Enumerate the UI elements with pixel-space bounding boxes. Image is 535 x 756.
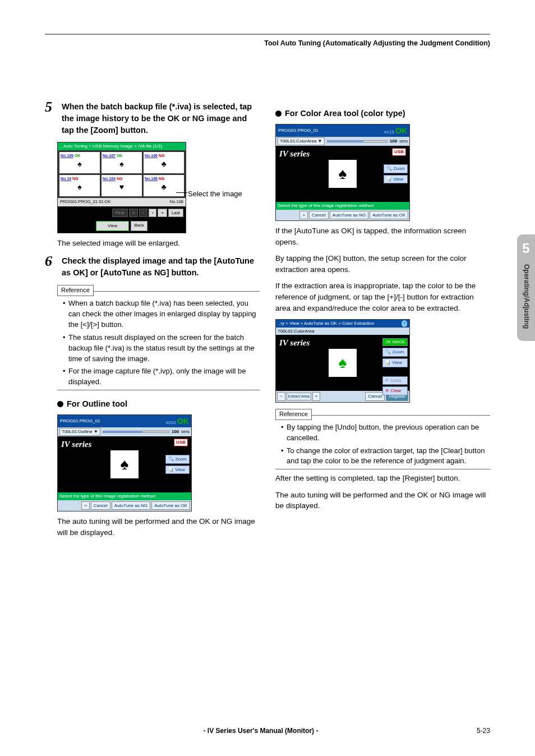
zoom-button[interactable]: 🔍 Zoom	[384, 164, 408, 173]
footer-title: - IV Series User's Manual (Monitor) -	[204, 726, 319, 736]
autotune-ok-button[interactable]: AutoTune as OK	[370, 211, 408, 220]
step5-after-text: The selected image will be enlarged.	[57, 238, 260, 249]
step-5-num: 5	[45, 100, 57, 136]
extract-label: Extract Area	[287, 393, 311, 400]
tool-sub: T00L01:ColorArea	[278, 328, 314, 335]
ok-image-badge: OK IMAGE	[382, 338, 408, 346]
color-area-heading: For Color Area tool (color type)	[275, 108, 490, 119]
color-para5: The auto tuning will be performed and th…	[275, 490, 490, 511]
thumb-tile[interactable]: No.104 NG♥	[102, 175, 142, 196]
preview-image: ♠	[329, 349, 357, 377]
last-button[interactable]: Last	[168, 209, 183, 218]
slider[interactable]	[103, 431, 169, 433]
score-value: 100	[172, 428, 179, 435]
iva-status-left: PROG01:PROG_01 01:OK	[60, 199, 110, 205]
iv-series-logo: IV series	[61, 440, 91, 449]
color-para4: After the setting is completed, tap the …	[275, 473, 490, 484]
thumb-tile[interactable]: No.10 NG♠	[59, 175, 100, 196]
view-button[interactable]: 📊 View	[384, 175, 408, 184]
page-footer: - IV Series User's Manual (Monitor) - 5-…	[45, 726, 490, 736]
iv-series-logo: IV series	[279, 338, 310, 347]
plus-button[interactable]: +	[312, 392, 321, 401]
prev-button[interactable]: ‹	[139, 209, 147, 218]
iva-thumb-screenshot: .. Auto Tuning > USB Memory Image > IVA …	[57, 142, 186, 233]
tool-dropdown[interactable]: T00L01:ColorArea ▼	[278, 137, 325, 145]
reference-item: When a batch backup file (*.iva) has bee…	[63, 298, 260, 330]
zoom-button[interactable]: 🔍 Zoom	[382, 348, 408, 357]
chapter-label: Operating/Adjusting	[521, 264, 531, 329]
color-extraction-screenshot: ..ry > View > AutoTune as OK > Color Ext…	[275, 319, 410, 403]
cancel-button[interactable]: Cancel	[91, 501, 110, 510]
color-para1: If the [AutoTune as OK] is tapped, the i…	[275, 225, 490, 247]
page-header: Tool Auto Tuning (Automatically Adjustin…	[45, 34, 490, 49]
callout-line	[176, 192, 187, 193]
preview-image: ♠	[110, 450, 139, 478]
prompt-msg: Select the type of this image registrati…	[276, 202, 409, 210]
next-far-button[interactable]: »	[158, 209, 167, 218]
minus-button[interactable]: −	[277, 392, 285, 401]
step-6-text: Check the displayed image and tap the [A…	[62, 254, 260, 279]
view-button[interactable]: View	[96, 221, 129, 231]
prog-label: PROG01:PROG_01	[278, 127, 319, 134]
autotune-ng-button[interactable]: AutoTune as NG	[330, 211, 368, 220]
thumb-tile[interactable]: No.107 OK♠	[102, 152, 142, 173]
thumb-tile[interactable]: No.106 NG♣	[144, 152, 184, 173]
back-button[interactable]: Back	[131, 221, 147, 231]
slider[interactable]	[327, 140, 388, 142]
prog-label: PROG01:PROG_01	[60, 418, 100, 425]
bullet-icon	[57, 401, 63, 407]
reference-item: For the image capture file (*.ivp), only…	[63, 366, 260, 388]
prompt-msg: Select the type of this image registrati…	[58, 492, 191, 500]
iva-status-right: No.108	[170, 199, 183, 205]
score-value: 100	[390, 138, 397, 145]
iv-series-logo: IV series	[279, 149, 310, 158]
iva-topbar: .. Auto Tuning > USB Memory Image > IVA …	[58, 142, 186, 150]
step-5-text: When the batch backup file (*.iva) is se…	[62, 100, 260, 136]
reference-item: To change the color of extraction target…	[281, 446, 490, 467]
step-5: 5 When the batch backup file (*.iva) is …	[45, 100, 260, 136]
clear-button[interactable]: ✕ Clear	[382, 386, 408, 395]
cancel-button[interactable]: Cancel	[365, 392, 385, 401]
thumb-tile[interactable]: No.109 OK♠	[59, 152, 100, 173]
view-button[interactable]: 📊 View	[382, 358, 408, 367]
breadcrumb: ..ry > View > AutoTune as OK > Color Ext…	[278, 320, 374, 327]
view-button[interactable]: 📊 View	[165, 465, 190, 474]
zoom-button[interactable]: 🔍 Zoom	[165, 455, 190, 464]
tool-dropdown[interactable]: T00L01:Outline ▼	[59, 428, 100, 436]
bullet-icon	[275, 110, 282, 117]
callout-select-image: Select the image	[188, 189, 242, 200]
first-button[interactable]: First	[112, 209, 128, 218]
next-button[interactable]: ›	[149, 209, 157, 218]
step-6: 6 Check the displayed image and tap the …	[45, 254, 260, 279]
cancel-button[interactable]: Cancel	[309, 211, 329, 220]
prev-far-button[interactable]: «	[129, 209, 138, 218]
outline-device-screenshot: PROG01:PROG_01 #210 OK T00L01:Outline ▼ …	[57, 414, 192, 511]
autotune-ng-button[interactable]: AutoTune as NG	[112, 501, 150, 510]
chapter-tab: 5 Operating/Adjusting	[517, 234, 535, 341]
chapter-number: 5	[517, 234, 535, 259]
reference-item: The status result displayed on the scree…	[63, 333, 260, 365]
reference-item: By tapping the [Undo] button, the previo…	[281, 422, 490, 444]
outline-after-text: The auto tuning will be performed and th…	[57, 516, 260, 538]
preview-image: ♠	[329, 160, 357, 188]
nav-next-button[interactable]: >	[299, 211, 308, 220]
autotune-ok-button[interactable]: AutoTune as OK	[151, 501, 190, 510]
color-para2: By tapping the [OK] button, the setup sc…	[275, 253, 490, 275]
color-para3: If the extraction area is inappropriate,…	[275, 280, 490, 314]
outline-heading: For Outline tool	[57, 398, 260, 410]
page-number: 5-23	[477, 726, 490, 736]
nav-next-button[interactable]: >	[81, 501, 90, 510]
undo-button[interactable]: ↶ Undo	[382, 376, 408, 385]
step-6-num: 6	[45, 254, 57, 279]
color-device-screenshot: PROG01:PROG_01 #113 OK T00L01:ColorArea …	[275, 124, 410, 221]
help-icon[interactable]: ?	[402, 320, 407, 327]
reference-label: Reference	[275, 409, 312, 420]
reference-label: Reference	[57, 285, 94, 296]
